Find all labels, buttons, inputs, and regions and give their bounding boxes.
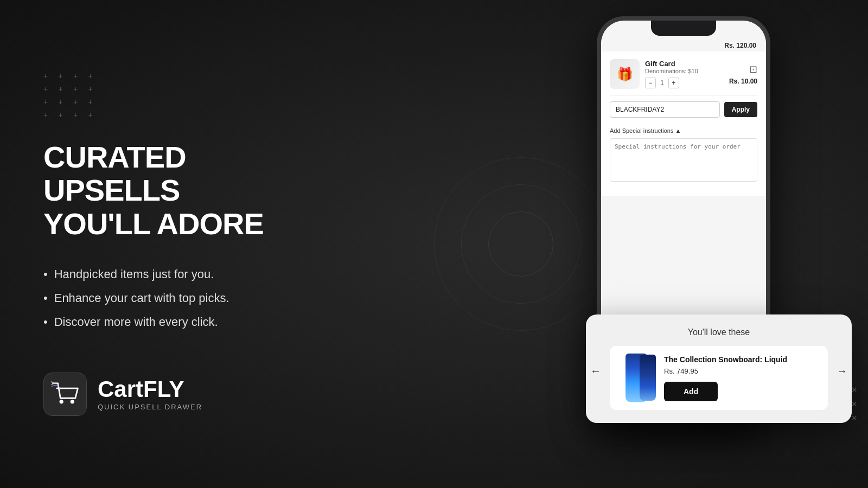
plus-sign: +: [43, 85, 53, 93]
plus-sign: +: [59, 111, 68, 119]
cart-item-image: 🎁: [610, 59, 640, 89]
phone-notch: [651, 21, 716, 36]
quantity-decrease-button[interactable]: −: [645, 78, 656, 88]
x-marks: × × ×: [851, 385, 857, 423]
apply-coupon-button[interactable]: Apply: [724, 102, 757, 117]
upsell-product-image: [617, 354, 655, 402]
upsell-card: You'll love these ← The Collection Snowb…: [586, 314, 852, 423]
plus-sign: +: [73, 85, 83, 93]
x-mark-2: ×: [851, 399, 857, 409]
delete-item-icon[interactable]: ⊡: [749, 63, 757, 75]
plus-sign: +: [59, 98, 68, 106]
plus-sign: +: [43, 111, 53, 119]
left-panel: + + + + + + + + + + + + + + + + CURATED …: [0, 0, 315, 488]
bullet-item: Discover more with every click.: [43, 315, 282, 329]
coupon-input[interactable]: [610, 101, 720, 118]
quantity-value: 1: [660, 79, 664, 87]
bullet-list: Handpicked items just for you. Enhance y…: [43, 267, 282, 329]
gift-card-icon: 🎁: [617, 67, 633, 82]
x-mark-1: ×: [851, 385, 857, 395]
brand-tagline: QUICK UPSELL DRAWER: [98, 403, 202, 411]
upsell-prev-button[interactable]: ←: [590, 365, 601, 377]
plus-sign: +: [43, 98, 53, 106]
snowboard-visual-back: [640, 355, 656, 401]
plus-sign: +: [43, 72, 53, 80]
upsell-add-button[interactable]: Add: [664, 382, 718, 401]
plus-grid: + + + + + + + + + + + + + + + +: [43, 72, 98, 119]
svg-point-1: [70, 400, 74, 403]
upsell-product-name: The Collection Snowboard: Liquid: [664, 355, 820, 364]
deco-circle-small: [488, 211, 553, 277]
plus-sign: +: [59, 85, 68, 93]
upsell-product-info: The Collection Snowboard: Liquid Rs. 749…: [664, 355, 820, 401]
cart-item-denomination: Denominations: $10: [645, 68, 722, 74]
bullet-item: Handpicked items just for you.: [43, 267, 282, 281]
cart-item: 🎁 Gift Card Denominations: $10 − 1 +: [610, 59, 757, 96]
svg-point-0: [59, 400, 63, 403]
brand-name: CartFLY: [98, 378, 202, 401]
cart-item-name: Gift Card: [645, 60, 722, 68]
plus-sign: +: [88, 111, 98, 119]
phone-cart-content: 🎁 Gift Card Denominations: $10 − 1 +: [601, 52, 766, 196]
plus-sign: +: [59, 72, 68, 80]
upsell-product-price: Rs. 749.95: [664, 367, 820, 375]
special-instructions-section: Add Special instructions ▲: [610, 123, 757, 188]
cart-item-details: Gift Card Denominations: $10 − 1 +: [645, 60, 722, 88]
brand-text: CartFLY QUICK UPSELL DRAWER: [98, 378, 202, 411]
phone-total-price: Rs. 120.00: [724, 42, 756, 49]
cart-item-quantity-row: − 1 +: [645, 78, 722, 88]
plus-sign: +: [88, 85, 98, 93]
upsell-next-button[interactable]: →: [837, 365, 847, 377]
plus-sign: +: [73, 72, 83, 80]
right-panel: Rs. 120.00 🎁 Gift Card Denominations: $1…: [315, 0, 868, 488]
special-instructions-textarea[interactable]: [610, 138, 757, 182]
plus-sign: +: [73, 111, 83, 119]
upsell-item: The Collection Snowboard: Liquid Rs. 749…: [610, 346, 828, 410]
cart-item-price: Rs. 10.00: [727, 78, 757, 85]
special-instructions-toggle[interactable]: Add Special instructions ▲: [610, 127, 757, 134]
upsell-card-title: You'll love these: [597, 328, 841, 337]
plus-sign: +: [73, 98, 83, 106]
bullet-item: Enhance your cart with top picks.: [43, 291, 282, 305]
coupon-section: Apply: [610, 96, 757, 123]
quantity-increase-button[interactable]: +: [668, 78, 679, 88]
plus-sign: +: [88, 98, 98, 106]
brand-section: CartFLY QUICK UPSELL DRAWER: [43, 373, 282, 416]
phone-status-bar: Rs. 120.00: [601, 40, 766, 52]
plus-sign: +: [88, 72, 98, 80]
x-mark-3: ×: [851, 413, 857, 423]
brand-logo: [43, 373, 87, 416]
hero-title: CURATED UPSELLS YOU'LL ADORE: [43, 140, 282, 241]
coupon-row: Apply: [610, 101, 757, 118]
